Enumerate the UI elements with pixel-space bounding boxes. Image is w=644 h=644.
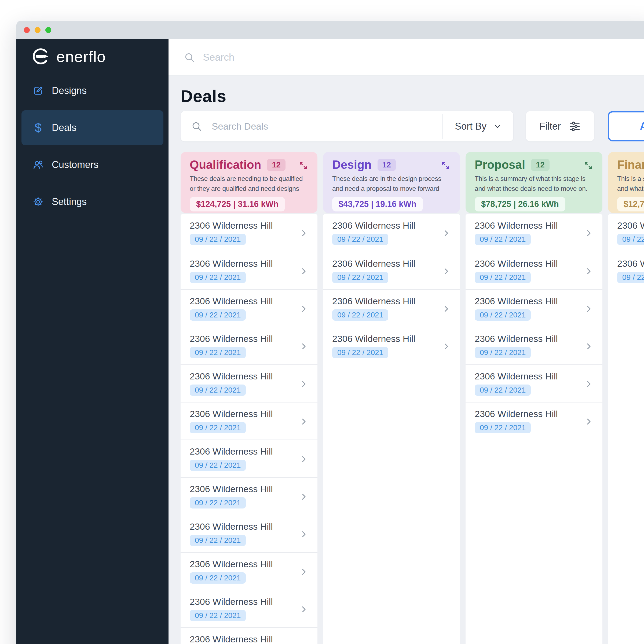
search-icon	[191, 121, 202, 132]
filter-adjustments-icon	[569, 120, 581, 132]
deal-title: 2306 Wilderness Hill	[332, 334, 460, 344]
deal-card[interactable]: 2306 Wilderness Hill 09 / 22 / 2021	[323, 289, 460, 327]
deal-card[interactable]: 2306 Wilderness Hill 09 / 22 / 2021	[181, 627, 317, 644]
chevron-right-icon	[585, 342, 593, 350]
chevron-right-icon	[300, 380, 308, 388]
deal-card[interactable]: 2306 Wilderness Hill 09 / 22 / 2021	[181, 252, 317, 289]
column-stat-pill: $124,725 | 31.16 kWh	[190, 197, 285, 211]
sidebar-item-designs[interactable]: Designs	[21, 73, 163, 108]
global-search-input[interactable]	[202, 52, 390, 63]
column-description: These deals are in the design process an…	[332, 174, 451, 194]
chevron-right-icon	[300, 643, 308, 644]
deal-title: 2306 Wilderness Hill	[475, 296, 602, 306]
deals-toolbar: Sort By Filter	[181, 111, 644, 141]
deal-card[interactable]: 2306 Wilderness Hill 09 / 22 / 2021	[181, 590, 317, 627]
deal-date-badge: 09 / 22 / 2021	[475, 234, 531, 245]
deal-date-badge: 09 / 22 / 2021	[190, 347, 246, 358]
sort-by-label: Sort By	[455, 121, 486, 132]
deal-date-badge: 09 / 22 / 2021	[475, 385, 531, 396]
chevron-right-icon	[300, 493, 308, 501]
deal-date-badge: 09 / 22 / 2021	[190, 572, 246, 584]
deal-card[interactable]: 2306 Wilderness Hill 09 / 22 / 2021	[608, 214, 644, 252]
deal-title: 2306 Wilderness Hill	[475, 220, 602, 231]
expand-icon[interactable]	[583, 160, 593, 171]
deal-card[interactable]: 2306 Wilderness Hill 09 / 22 / 2021	[181, 515, 317, 552]
deals-search-box: Sort By	[181, 111, 513, 141]
deal-date-badge: 09 / 22 / 2021	[190, 610, 246, 621]
deal-title: 2306 Wilderness Hill	[190, 484, 317, 494]
all-deals-button[interactable]: All Deals	[608, 111, 644, 141]
board-column: Proposal 12 This is a summary of what th…	[466, 152, 602, 644]
deal-card[interactable]: 2306 Wilderness Hill 09 / 22 / 2021	[181, 214, 317, 252]
filter-button[interactable]: Filter	[526, 111, 594, 141]
board-column: Design 12 These deals are in the design …	[323, 152, 460, 644]
deal-card[interactable]: 2306 Wilderness Hill 09 / 22 / 2021	[181, 552, 317, 590]
column-card-list: 2306 Wilderness Hill 09 / 22 / 2021 2306…	[466, 214, 602, 644]
chevron-down-icon	[493, 122, 502, 130]
deal-date-badge: 09 / 22 / 2021	[475, 422, 531, 433]
column-stat-pill: $43,725 | 19.16 kWh	[332, 197, 423, 211]
column-header: Financing This is a summary of what this…	[608, 152, 644, 213]
deal-card[interactable]: 2306 Wilderness Hill 09 / 22 / 2021	[466, 364, 602, 402]
sidebar-item-deals[interactable]: $ Deals	[21, 110, 163, 145]
close-window-button[interactable]	[24, 27, 30, 33]
deal-title: 2306 Wilderness Hill	[617, 220, 644, 231]
deal-card[interactable]: 2306 Wilderness Hill 09 / 22 / 2021	[181, 440, 317, 477]
search-icon	[184, 52, 195, 63]
deal-card[interactable]: 2306 Wilderness Hill 09 / 22 / 2021	[181, 364, 317, 402]
deal-card[interactable]: 2306 Wilderness Hill 09 / 22 / 2021	[466, 327, 602, 364]
chevron-right-icon	[300, 305, 308, 313]
deal-card[interactable]: 2306 Wilderness Hill 09 / 22 / 2021	[181, 289, 317, 327]
expand-icon[interactable]	[441, 160, 451, 171]
deal-title: 2306 Wilderness Hill	[332, 220, 460, 231]
sidebar-item-label: Designs	[52, 85, 87, 96]
column-header: Proposal 12 This is a summary of what th…	[466, 152, 602, 213]
deal-title: 2306 Wilderness Hill	[190, 446, 317, 457]
deal-title: 2306 Wilderness Hill	[475, 409, 602, 419]
maximize-window-button[interactable]	[45, 27, 51, 33]
deal-card[interactable]: 2306 Wilderness Hill 09 / 22 / 2021	[181, 477, 317, 515]
sidebar-menu: Designs $ Deals Customers	[16, 73, 169, 219]
deal-card[interactable]: 2306 Wilderness Hill 09 / 22 / 2021	[323, 252, 460, 289]
deals-search-input[interactable]	[211, 121, 442, 132]
sidebar-item-settings[interactable]: Settings	[21, 184, 163, 219]
edit-icon	[33, 85, 43, 96]
deal-title: 2306 Wilderness Hill	[190, 296, 317, 306]
deal-card[interactable]: 2306 Wilderness Hill 09 / 22 / 2021	[323, 327, 460, 364]
deal-date-badge: 09 / 22 / 2021	[332, 272, 388, 283]
deal-card[interactable]: 2306 Wilderness Hill 09 / 22 / 2021	[466, 402, 602, 440]
enerflo-logo: enerflo	[32, 47, 169, 65]
sidebar-item-label: Deals	[52, 122, 76, 133]
deal-card[interactable]: 2306 Wilderness Hill 09 / 22 / 2021	[466, 214, 602, 252]
chevron-right-icon	[585, 267, 593, 275]
deal-card[interactable]: 2306 Wilderness Hill 09 / 22 / 2021	[466, 289, 602, 327]
deal-title: 2306 Wilderness Hill	[190, 220, 317, 231]
gear-icon	[33, 196, 43, 207]
deal-card[interactable]: 2306 Wilderness Hill 09 / 22 / 2021	[323, 214, 460, 252]
deal-card[interactable]: 2306 Wilderness Hill 09 / 22 / 2021	[608, 252, 644, 289]
window-titlebar	[16, 21, 644, 39]
global-search-bar	[169, 39, 644, 76]
minimize-window-button[interactable]	[35, 27, 41, 33]
deal-date-badge: 09 / 22 / 2021	[475, 272, 531, 283]
chevron-right-icon	[300, 418, 308, 426]
deal-title: 2306 Wilderness Hill	[475, 258, 602, 269]
deal-date-badge: 09 / 22 / 2021	[332, 309, 388, 321]
expand-icon[interactable]	[298, 160, 308, 171]
all-deals-label: All Deals	[640, 120, 644, 132]
deal-card[interactable]: 2306 Wilderness Hill 09 / 22 / 2021	[181, 327, 317, 364]
column-count-badge: 12	[531, 159, 549, 171]
deal-date-badge: 09 / 22 / 2021	[190, 234, 246, 245]
column-title-row: Qualification 12	[190, 158, 308, 172]
deal-title: 2306 Wilderness Hill	[190, 521, 317, 532]
column-title-row: Financing	[617, 158, 644, 172]
deal-date-badge: 09 / 22 / 2021	[617, 234, 644, 245]
sidebar-item-customers[interactable]: Customers	[21, 147, 163, 182]
deal-card[interactable]: 2306 Wilderness Hill 09 / 22 / 2021	[181, 402, 317, 440]
deal-card[interactable]: 2306 Wilderness Hill 09 / 22 / 2021	[466, 252, 602, 289]
sort-by-dropdown[interactable]: Sort By	[443, 111, 513, 141]
deal-title: 2306 Wilderness Hill	[475, 371, 602, 382]
deal-title: 2306 Wilderness Hill	[332, 296, 460, 306]
column-title-row: Proposal 12	[475, 158, 593, 172]
deal-date-badge: 09 / 22 / 2021	[190, 272, 246, 283]
